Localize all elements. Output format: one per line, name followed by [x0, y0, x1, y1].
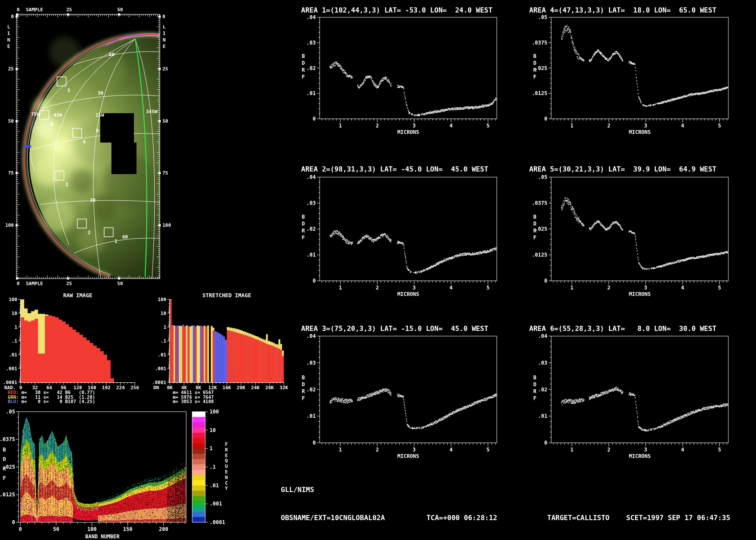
y-tick-label: 0: [313, 440, 316, 446]
y-tick-label: .0375: [532, 200, 547, 206]
x-axis-label: MICRONS: [629, 291, 651, 297]
x-tick-label: 1: [570, 123, 573, 129]
y-tick-label: .025: [535, 226, 547, 232]
x-tick-label: 16K: [222, 385, 231, 391]
line-axis-label: N: [163, 37, 166, 43]
line-tick-label: 50: [162, 118, 168, 124]
colorbar-band: [192, 454, 205, 460]
colorbar-axis-label: C: [225, 480, 228, 486]
colorbar-band: [192, 438, 205, 444]
tick-square: [16, 68, 18, 70]
x-tick-label: 32K: [280, 385, 288, 391]
metadata-line: GLL/NIMS: [281, 485, 730, 495]
y-axis-label: R: [302, 228, 305, 234]
y-axis-label: B: [533, 375, 536, 381]
area-box-number: 6: [83, 139, 86, 145]
y-tick-label: 0: [313, 116, 316, 122]
line-tick-label: 100: [162, 222, 171, 228]
x-tick-label: 24K: [251, 385, 260, 391]
line-tick-label: 0: [162, 14, 165, 19]
area-box-number: 3: [65, 182, 68, 187]
colorbar-band: [192, 448, 205, 454]
y-axis-label: D: [302, 60, 305, 66]
y-tick-label: 10: [161, 311, 166, 316]
area-box-number: 1: [114, 238, 118, 244]
line-tick-label: 75: [162, 170, 168, 176]
area-box-number: 2: [88, 230, 91, 235]
plot-frame: [551, 336, 728, 443]
y-tick-label: .01: [306, 90, 316, 96]
y-tick-label: .0375: [0, 436, 15, 442]
area5-title: AREA 5=(30,21,3,3) LAT= 39.9 LON= 64.9 W…: [529, 165, 716, 173]
y-axis-label: B: [302, 53, 305, 59]
x-tick-label: 192: [102, 385, 111, 391]
y-axis-label: B: [302, 214, 305, 220]
blue-marker: [24, 145, 31, 148]
y-tick-label: .04: [538, 333, 547, 339]
colorbar-band: [192, 433, 205, 438]
x-tick-label: 4: [681, 285, 684, 291]
y-tick-label: 0: [544, 116, 547, 122]
y-tick-label: .02: [306, 387, 316, 393]
colorbar-axis-label: N: [225, 475, 228, 480]
planet-disk: [29, 35, 277, 283]
tick-square: [118, 13, 120, 16]
tick-square: [16, 16, 18, 18]
x-tick-label: 224: [116, 385, 125, 391]
x-tick-label: 0K: [167, 385, 173, 391]
y-tick-label: .0125: [532, 252, 547, 258]
y-tick-label: 10: [12, 311, 17, 316]
colorbar-tick-label: .1: [210, 464, 216, 470]
y-tick-label: .01: [158, 352, 166, 358]
y-tick-label: 0: [544, 440, 547, 446]
x-axis-label: MICRONS: [397, 291, 419, 297]
tick-square: [67, 13, 69, 16]
area-box-number: 4: [50, 121, 53, 127]
plot-frame: [551, 17, 728, 119]
tick-square: [118, 277, 120, 280]
histogram-stat-line: m= 3053 s= 4108: [173, 399, 214, 404]
area4-title: AREA 4=(47,13,3,3) LAT= 18.0 LON= 65.0 W…: [529, 6, 716, 14]
plot-frame: [19, 412, 186, 522]
x-tick-label: 150: [123, 526, 133, 532]
raw-histogram-title: RAW IMAGE: [21, 292, 135, 299]
sample-tick-label: 0: [17, 7, 20, 13]
x-tick-label: 2: [376, 285, 379, 291]
x-tick-label: 5: [718, 447, 721, 453]
x-tick-label: 1: [339, 123, 342, 129]
line-tick-label: 0: [11, 14, 14, 19]
plot-frame: [551, 177, 728, 281]
plot-frame: [320, 17, 497, 119]
line-tick-label: 50: [8, 118, 14, 124]
plot-frame: [320, 177, 497, 281]
y-tick-label: .025: [535, 65, 547, 71]
sample-tick-label: 50: [117, 7, 123, 13]
x-axis-label: MICRONS: [629, 129, 651, 135]
planet-disk-image: [24, 34, 277, 283]
y-axis-label: R: [302, 67, 305, 73]
tick-square: [16, 172, 18, 174]
y-axis-label: B: [302, 375, 305, 381]
area6-title: AREA 6=(55,28,3,3) LAT= 8.0 LON= 30.0 WE…: [529, 324, 716, 333]
x-tick-label: 3: [644, 447, 647, 453]
x-axis-label: BAND NUMBER: [85, 534, 120, 540]
observation-metadata-block: GLL/NIMS OBSNAME/EXT=10CNGLOBAL02A TCA=+…: [281, 467, 730, 540]
x-tick-label: 3: [413, 447, 416, 453]
x-tick-label: 4: [449, 285, 452, 291]
tick-square: [16, 277, 18, 280]
longitude-grid-label: 45W: [54, 112, 62, 118]
x-tick-label: 2: [376, 447, 379, 453]
y-tick-label: 0: [12, 519, 15, 525]
sample-axis-label: SAMPLE: [26, 281, 43, 286]
latitude-grid-label: 60: [122, 234, 128, 240]
line-tick-label: 75: [8, 170, 14, 176]
sample-tick-label: 25: [66, 7, 72, 13]
latitude-grid-label: 0: [96, 128, 99, 133]
y-axis-label: F: [533, 74, 536, 80]
colorbar-tick-label: .0001: [210, 519, 225, 525]
y-tick-label: .05: [538, 14, 547, 20]
colorbar-band: [192, 470, 205, 475]
x-tick-label: 4: [681, 447, 684, 453]
x-tick-label: 2: [376, 123, 379, 129]
colorbar-tick-label: 10: [210, 427, 216, 433]
